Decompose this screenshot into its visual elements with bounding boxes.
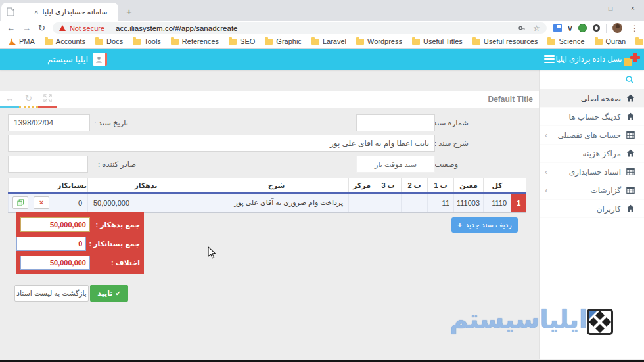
refresh-icon: ↻ [25, 93, 32, 103]
sidebar-item-accounting-documents[interactable]: اسناد حسابداری ‹ [540, 163, 644, 181]
folder-icon [412, 39, 420, 45]
swirl-extension-icon[interactable] [593, 24, 600, 32]
profile-avatar[interactable] [612, 23, 622, 33]
t1-cell[interactable]: 11 [428, 193, 454, 212]
sidebar-header: نسل داده پردازی ایلیا [539, 49, 644, 70]
not-secure-label[interactable]: Not secure [70, 24, 104, 32]
bookmark-label: Laravel [323, 37, 346, 45]
watermark-logotype: ایلیاسیستم [477, 306, 587, 334]
url-field[interactable]: Not secure acc.iliasystem.co/#/app/sanad… [53, 22, 547, 34]
key-icon[interactable] [518, 24, 526, 32]
doc-date-label: تاریخ سند : [94, 118, 128, 127]
folder-icon [229, 39, 237, 45]
difference-value[interactable] [20, 256, 90, 270]
t3-cell[interactable] [375, 193, 402, 212]
bookmark-label: Quran [606, 37, 626, 45]
markaz-cell[interactable] [349, 193, 375, 212]
home-icon [626, 204, 635, 213]
idm-extension-icon[interactable] [578, 24, 587, 32]
not-secure-warning-icon[interactable] [59, 25, 66, 31]
table-icon [626, 186, 635, 194]
doc-number-input[interactable] [356, 114, 435, 131]
browser-menu-icon[interactable]: ⋮ [631, 24, 639, 33]
issuer-input[interactable] [8, 156, 88, 173]
forward-icon[interactable]: → [22, 24, 31, 32]
url-text[interactable]: acc.iliasystem.co/#/app/sanadcreate [116, 24, 237, 32]
bookmark-item[interactable]: Laravel [311, 37, 346, 45]
table-icon [626, 131, 635, 139]
company-logo [623, 51, 640, 67]
bookmark-item[interactable]: Docs [95, 37, 123, 45]
new-row-button[interactable]: + ردیف سند جدید [451, 217, 518, 233]
bookmark-item[interactable]: References [171, 37, 219, 45]
difference-label: اختلاف : [108, 259, 140, 267]
bookmark-item[interactable]: PMA [8, 37, 35, 45]
fullscreen-tool-tab[interactable] [38, 91, 57, 108]
copy-row-button[interactable] [12, 196, 28, 209]
col-t3: ت 3 [375, 178, 402, 193]
bookmark-star-icon[interactable]: ☆ [533, 24, 540, 33]
window-minimize-button[interactable]: – [577, 0, 599, 17]
user-avatar[interactable] [93, 53, 107, 66]
confirm-button[interactable]: تایید ✔ [90, 285, 128, 302]
app-header: ایلیا سیستم نسل داده پردازی ایلیا [0, 49, 644, 70]
bookmark-label: Useful Titles [423, 37, 463, 45]
bookmark-item[interactable]: SEO [229, 37, 255, 45]
sidebar-item-cost-centers[interactable]: مراکز هزینه [540, 145, 644, 163]
hamburger-menu-icon[interactable] [544, 55, 555, 63]
browser-tab[interactable]: × سامانه حسابداری ایلیا [1, 3, 118, 21]
bookmark-item[interactable]: DESP [635, 37, 644, 45]
watermark-badge-icon [587, 309, 613, 335]
reload-icon[interactable]: ↻ [38, 24, 45, 32]
col-t2: ت 2 [402, 178, 428, 193]
total-credit-value[interactable] [16, 237, 86, 251]
bookmark-item[interactable]: Quran [595, 37, 626, 45]
bookmark-item[interactable]: Wordpress [356, 37, 402, 45]
sidebar-item-reports[interactable]: گزارشات ‹ [540, 181, 644, 200]
t2-cell[interactable] [402, 193, 428, 212]
moein-cell[interactable]: 111003 [454, 193, 484, 212]
window-close-button[interactable]: × [622, 0, 644, 17]
folder-icon [171, 39, 179, 45]
debit-cell[interactable]: 50,000,000 [88, 193, 204, 212]
col-t1: ت 1 [428, 178, 454, 193]
bookmark-item[interactable]: Science [547, 37, 584, 45]
sidebar-item-home[interactable]: صفحه اصلی [540, 89, 644, 108]
mouse-cursor-icon [208, 246, 217, 262]
delete-row-button[interactable]: × [34, 196, 49, 209]
new-tab-button[interactable]: + [126, 6, 132, 17]
bookmark-item[interactable]: Useful Titles [412, 37, 463, 45]
v-extension-icon[interactable]: V [568, 24, 572, 32]
back-to-list-button[interactable]: بازگشت به لیست اسناد [14, 285, 89, 302]
refresh-tool-tab[interactable]: ↻ [19, 91, 38, 108]
translate-extension-icon[interactable] [553, 24, 562, 32]
sidebar-item-users[interactable]: کاربران [540, 200, 644, 218]
bookmark-item[interactable]: Tools [133, 37, 161, 45]
back-icon[interactable]: ← [7, 24, 15, 32]
kol-cell[interactable]: 1110 [484, 193, 511, 212]
tab-close-icon[interactable]: × [34, 8, 38, 16]
bookmark-item[interactable]: Accounts [45, 37, 85, 45]
table-row[interactable]: 1 1110 111003 11 پرداخت وام ضروری به آقا… [9, 193, 526, 212]
bookmark-label: PMA [19, 37, 35, 45]
total-debit-value[interactable] [20, 217, 90, 232]
bookmark-label: Tools [144, 37, 161, 45]
resize-tool-tab[interactable]: ↔ [0, 91, 19, 108]
bookmark-label: Science [559, 37, 584, 45]
sidebar-search[interactable] [540, 70, 644, 89]
doc-date-input[interactable] [8, 114, 90, 131]
sidebar-item-label: مراکز هزینه [583, 149, 621, 158]
bookmark-label: Useful resources [484, 37, 538, 45]
sidebar-item-detailed-accounts[interactable]: حساب های تفصیلی ‹ [540, 126, 644, 145]
sidebar-item-account-coding[interactable]: کدینگ حساب ها [540, 108, 644, 126]
col-credit: بستانکار [58, 178, 88, 193]
bookmark-item[interactable]: Useful resources [472, 37, 538, 45]
col-markaz: مرکز [349, 178, 375, 193]
description-input[interactable] [8, 135, 435, 152]
credit-cell[interactable]: 0 [58, 193, 88, 212]
window-maximize-button[interactable]: □ [599, 0, 622, 17]
difference-row: اختلاف : [20, 256, 140, 270]
bookmark-item[interactable]: Graphic [265, 37, 302, 45]
description-cell[interactable]: پرداخت وام ضروری به آقای علی پور [204, 193, 349, 212]
tab-title: سامانه حسابداری ایلیا [42, 8, 107, 16]
